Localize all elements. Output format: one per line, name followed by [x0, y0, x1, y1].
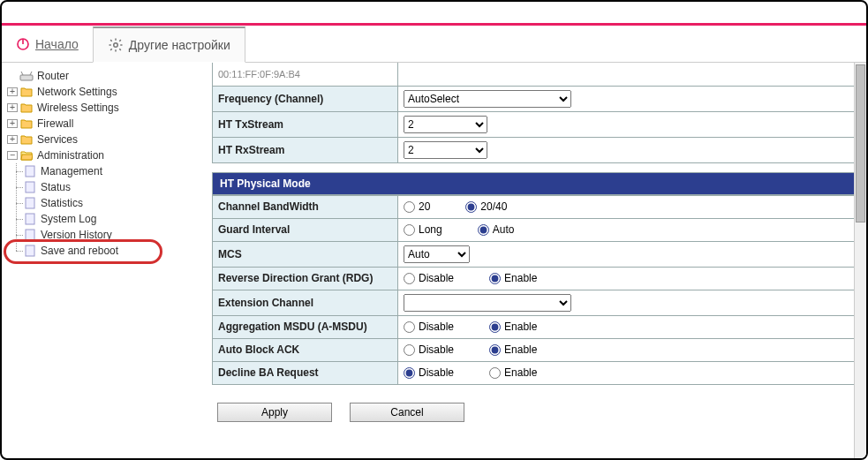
svg-rect-7 [26, 182, 34, 192]
rdg-enable-option[interactable]: Enable [489, 272, 537, 284]
tree-network-settings[interactable]: + Network Settings [7, 84, 207, 100]
bandwidth-2040-option[interactable]: 20/40 [465, 200, 507, 213]
tree-management[interactable]: Management [23, 163, 207, 179]
bandwidth-20-radio[interactable] [404, 201, 415, 213]
vertical-scrollbar[interactable] [854, 63, 866, 458]
folder-icon [19, 102, 34, 114]
expand-icon[interactable]: + [7, 103, 18, 112]
gi-auto-option[interactable]: Auto [478, 223, 515, 236]
svg-line-4 [21, 72, 23, 75]
ht-settings-table: Channel BandWidth 20 20/40 Guard Interva… [212, 195, 855, 385]
folder-icon [19, 86, 34, 98]
ack-disable-option[interactable]: Disable [404, 343, 454, 356]
apply-button[interactable]: Apply [217, 403, 332, 422]
cancel-button[interactable]: Cancel [350, 403, 464, 422]
bandwidth-20-option[interactable]: 20 [404, 200, 430, 213]
svg-rect-10 [26, 230, 34, 240]
tree-status[interactable]: Status [23, 179, 207, 195]
expand-icon[interactable]: + [7, 135, 18, 144]
ack-enable-radio[interactable] [489, 344, 501, 356]
mcs-select[interactable]: Auto [404, 245, 470, 263]
tab-other-settings-label: Другие настройки [129, 38, 230, 52]
scrollbar-thumb[interactable] [856, 64, 865, 222]
auto-block-ack-label: Auto Block ACK [213, 338, 398, 361]
tree-firewall[interactable]: + Firewall [7, 116, 207, 132]
bandwidth-2040-radio[interactable] [465, 201, 477, 213]
extension-channel-label: Extension Channel [213, 290, 398, 315]
rdg-disable-radio[interactable] [404, 273, 415, 284]
rdg-disable-option[interactable]: Disable [404, 272, 454, 284]
gi-long-radio[interactable] [404, 224, 415, 236]
svg-rect-6 [26, 166, 34, 177]
sidebar-tree: Router + Network Settings + Wireless Set… [2, 63, 207, 458]
ba-disable-option[interactable]: Disable [404, 366, 454, 379]
amsdu-enable-radio[interactable] [489, 321, 501, 333]
content-pane: BSSID 00:11:FF:0F:9A:B4 Frequency (Chann… [207, 63, 866, 458]
amsdu-label: Aggregation MSDU (A-MSDU) [213, 315, 398, 338]
router-icon [19, 70, 34, 82]
page-icon [23, 229, 37, 241]
gi-long-option[interactable]: Long [404, 223, 442, 236]
rdg-label: Reverse Direction Grant (RDG) [213, 267, 398, 290]
gear-icon [108, 37, 124, 53]
tree-statistics[interactable]: Statistics [23, 195, 207, 211]
guard-interval-label: Guard Interval [213, 218, 398, 241]
httx-label: HT TxStream [213, 111, 398, 137]
ht-physical-mode-header: HT Physical Mode [212, 172, 855, 195]
expand-icon[interactable]: + [7, 119, 18, 128]
power-icon [16, 37, 30, 51]
svg-rect-8 [26, 198, 34, 208]
expand-icon[interactable]: + [7, 87, 18, 96]
extension-channel-select[interactable] [404, 294, 571, 312]
tab-home[interactable]: Начало [2, 26, 93, 62]
frequency-select[interactable]: AutoSelect [404, 90, 571, 108]
bssid-value: 00:11:FF:0F:9A:B4 [213, 63, 398, 86]
svg-point-2 [114, 42, 118, 47]
ack-enable-option[interactable]: Enable [489, 343, 537, 356]
basic-settings-table: BSSID 00:11:FF:0F:9A:B4 Frequency (Chann… [212, 63, 855, 163]
header-tabs: Начало Другие настройки [2, 26, 866, 63]
svg-rect-11 [26, 245, 34, 256]
rdg-enable-radio[interactable] [489, 273, 501, 284]
channel-bandwidth-label: Channel BandWidth [213, 195, 398, 218]
tree-services[interactable]: + Services [7, 132, 207, 147]
folder-open-icon [19, 149, 34, 162]
tree-administration[interactable]: − Administration [7, 147, 207, 163]
ba-enable-option[interactable]: Enable [489, 366, 537, 379]
page-icon [23, 181, 37, 193]
htrx-label: HT RxStream [213, 137, 398, 162]
page-icon [23, 165, 37, 177]
tree-root-router[interactable]: Router [7, 68, 207, 84]
svg-rect-3 [20, 75, 33, 80]
tree-save-and-reboot[interactable]: Save and reboot [23, 243, 207, 259]
frequency-label: Frequency (Channel) [213, 86, 398, 111]
tree-system-log[interactable]: System Log [23, 211, 207, 227]
amsdu-disable-radio[interactable] [404, 321, 415, 333]
page-icon [23, 213, 37, 225]
folder-icon [19, 117, 34, 130]
amsdu-enable-option[interactable]: Enable [489, 320, 537, 333]
page-icon [23, 197, 37, 209]
ba-enable-radio[interactable] [489, 367, 501, 379]
svg-rect-9 [26, 214, 34, 224]
tab-other-settings[interactable]: Другие настройки [93, 26, 245, 63]
httx-select[interactable]: 2 [404, 116, 487, 133]
tree-version-history[interactable]: Version History [23, 227, 207, 243]
tree-wireless-settings[interactable]: + Wireless Settings [7, 100, 207, 116]
collapse-icon[interactable]: − [7, 151, 18, 160]
home-link[interactable]: Начало [35, 37, 79, 51]
htrx-select[interactable]: 2 [404, 141, 487, 159]
mcs-label: MCS [213, 241, 398, 267]
ba-disable-radio[interactable] [404, 367, 415, 379]
folder-icon [19, 133, 34, 146]
page-icon [23, 245, 37, 257]
gi-auto-radio[interactable] [478, 224, 489, 236]
amsdu-disable-option[interactable]: Disable [404, 320, 454, 333]
decline-ba-label: Decline BA Request [213, 361, 398, 384]
ack-disable-radio[interactable] [404, 344, 415, 356]
svg-line-5 [30, 72, 32, 75]
